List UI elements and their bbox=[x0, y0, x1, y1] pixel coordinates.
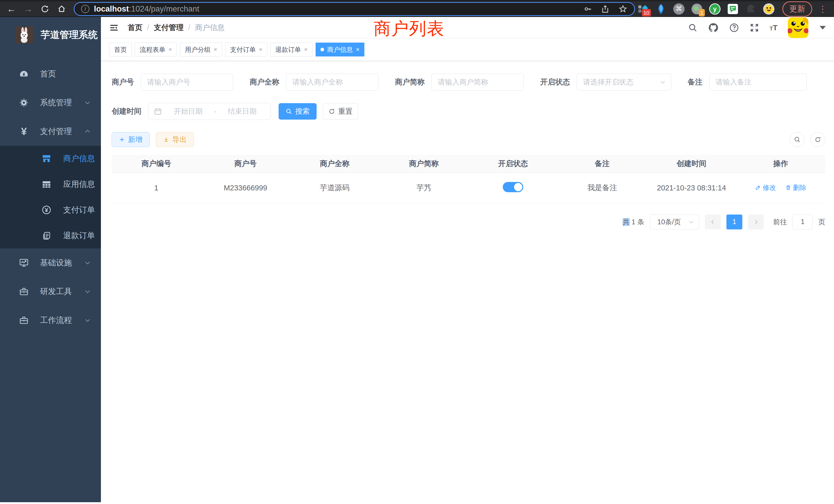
bookmark-star-icon[interactable] bbox=[618, 4, 628, 14]
extension-smiley-icon[interactable] bbox=[763, 3, 775, 15]
extension-chat-icon[interactable] bbox=[727, 3, 739, 15]
goto-label: 前往 bbox=[773, 217, 787, 227]
search-button[interactable]: 搜索 bbox=[279, 103, 316, 120]
status-select[interactable] bbox=[577, 74, 671, 91]
avatar-dropdown-caret-icon[interactable] bbox=[820, 26, 826, 29]
plus-icon bbox=[119, 137, 125, 143]
tab-merchant-info[interactable]: 商户信息× bbox=[315, 43, 364, 56]
close-icon[interactable]: × bbox=[214, 46, 217, 53]
sidebar-logo-row[interactable]: 芋道管理系统 bbox=[0, 17, 101, 53]
breadcrumb-current: 商户信息 bbox=[195, 23, 225, 33]
page-size-select[interactable]: 10条/页 bbox=[650, 214, 699, 229]
refresh-table-button[interactable] bbox=[810, 132, 825, 147]
table-grid-icon bbox=[41, 179, 52, 189]
end-date-placeholder: 结束日期 bbox=[219, 107, 265, 116]
extension-puzzle-icon[interactable] bbox=[745, 3, 757, 15]
edit-button[interactable]: 修改 bbox=[755, 183, 776, 192]
extension-command-icon[interactable]: ⌘ bbox=[673, 3, 685, 15]
extension-recorder-icon[interactable]: 1 bbox=[691, 3, 703, 15]
export-button[interactable]: 导出 bbox=[156, 132, 194, 147]
url-text: localhost:1024/pay/merchant bbox=[94, 4, 579, 14]
merchant-no-input[interactable] bbox=[141, 74, 233, 91]
add-button[interactable]: 新增 bbox=[112, 132, 150, 147]
short-name-input[interactable] bbox=[431, 74, 524, 91]
next-page-button[interactable] bbox=[748, 214, 764, 229]
url-bar[interactable]: i localhost:1024/pay/merchant bbox=[74, 2, 635, 16]
browser-reload-button[interactable] bbox=[38, 2, 52, 16]
sidebar-item-merchant-info[interactable]: 商户信息 bbox=[0, 146, 101, 171]
page-number-1[interactable]: 1 bbox=[726, 214, 742, 229]
close-icon[interactable]: × bbox=[169, 46, 172, 53]
password-key-icon[interactable] bbox=[584, 5, 592, 13]
extension-tiles-icon[interactable]: 10 bbox=[637, 3, 649, 15]
tab-pay-order[interactable]: 支付订单× bbox=[225, 43, 267, 56]
show-search-toggle-button[interactable] bbox=[790, 132, 805, 147]
full-name-input[interactable] bbox=[286, 74, 378, 91]
browser-back-button[interactable]: ← bbox=[4, 2, 19, 16]
remark-input[interactable] bbox=[709, 74, 807, 91]
browser-home-button[interactable] bbox=[54, 2, 69, 16]
url-host: localhost bbox=[94, 4, 129, 13]
sidebar-item-label: 系统管理 bbox=[40, 97, 72, 108]
sidebar-collapse-icon[interactable] bbox=[109, 23, 119, 32]
close-icon[interactable]: × bbox=[356, 46, 359, 53]
avatar[interactable] bbox=[788, 18, 808, 38]
col-merchant-id: 商户编号 bbox=[112, 155, 201, 173]
cell-short-name: 芋艿 bbox=[379, 173, 468, 203]
status-toggle-on[interactable] bbox=[503, 182, 523, 192]
create-time-range-picker[interactable]: 开始日期 - 结束日期 bbox=[148, 103, 271, 120]
breadcrumb-separator: / bbox=[147, 23, 149, 32]
help-icon[interactable] bbox=[729, 23, 739, 33]
refresh-icon bbox=[328, 108, 335, 115]
sidebar-item-label: 研发工具 bbox=[40, 286, 72, 297]
sidebar-item-system[interactable]: 系统管理 bbox=[0, 88, 101, 117]
share-icon[interactable] bbox=[601, 5, 610, 13]
sidebar-item-home[interactable]: 首页 bbox=[0, 60, 101, 88]
breadcrumb-pay[interactable]: 支付管理 bbox=[154, 23, 183, 33]
page-info-icon[interactable]: i bbox=[81, 5, 89, 13]
sidebar-item-pay[interactable]: ¥ 支付管理 bbox=[0, 117, 101, 146]
sidebar-item-app-info[interactable]: 应用信息 bbox=[0, 171, 101, 197]
logo-rabbit-image bbox=[16, 26, 33, 43]
sidebar-item-infra[interactable]: 基础设施 bbox=[0, 248, 101, 277]
remark-label: 备注 bbox=[688, 77, 703, 87]
top-navbar: 首页 / 支付管理 / 商户信息 T bbox=[101, 17, 834, 39]
status-select-input[interactable] bbox=[577, 74, 671, 91]
browser-menu-button[interactable]: ⋮ bbox=[818, 4, 827, 14]
tab-home[interactable]: 首页 bbox=[109, 43, 132, 56]
col-merchant-no: 商户号 bbox=[201, 155, 290, 173]
tab-user-group[interactable]: 用户分组× bbox=[180, 43, 222, 56]
browser-update-button[interactable]: 更新 bbox=[783, 1, 812, 17]
browser-forward-button[interactable]: → bbox=[21, 2, 36, 16]
font-size-icon[interactable]: TT bbox=[770, 23, 777, 32]
cell-remark: 我是备注 bbox=[558, 173, 647, 203]
close-icon[interactable]: × bbox=[259, 46, 262, 53]
sidebar-item-workflow[interactable]: 工作流程 bbox=[0, 306, 101, 335]
goto-page-input[interactable] bbox=[793, 214, 813, 229]
close-icon[interactable]: × bbox=[304, 46, 308, 53]
calendar-icon bbox=[154, 107, 162, 116]
prev-page-button[interactable] bbox=[705, 214, 721, 229]
tab-process-form[interactable]: 流程表单× bbox=[135, 43, 177, 56]
shop-icon bbox=[41, 154, 52, 164]
breadcrumb-home[interactable]: 首页 bbox=[128, 23, 142, 33]
sidebar: 芋道管理系统 首页 bbox=[0, 17, 101, 502]
github-icon[interactable] bbox=[708, 22, 719, 33]
chevron-down-icon bbox=[84, 99, 91, 106]
extension-badge: 1 bbox=[699, 9, 705, 17]
tab-refund-order[interactable]: 退款订单× bbox=[270, 43, 312, 56]
filter-row-2: 创建时间 开始日期 - 结束日期 搜索 bbox=[112, 103, 825, 120]
active-dot-icon bbox=[321, 48, 324, 51]
delete-button[interactable]: 删除 bbox=[785, 183, 806, 192]
reset-button[interactable]: 重置 bbox=[323, 103, 358, 120]
extension-y-icon[interactable]: y bbox=[709, 3, 721, 15]
sidebar-item-refund-order[interactable]: 退款订单 bbox=[0, 223, 101, 248]
extension-badge: 10 bbox=[642, 9, 651, 17]
extension-pin-icon[interactable] bbox=[655, 3, 667, 15]
sidebar-item-pay-order[interactable]: 支付订单 bbox=[0, 197, 101, 223]
full-name-label: 商户全称 bbox=[249, 77, 279, 87]
search-icon[interactable] bbox=[688, 23, 698, 32]
sidebar-item-dev-tools[interactable]: 研发工具 bbox=[0, 277, 101, 306]
page-unit-label: 页 bbox=[818, 217, 825, 227]
fullscreen-icon[interactable] bbox=[749, 23, 759, 32]
